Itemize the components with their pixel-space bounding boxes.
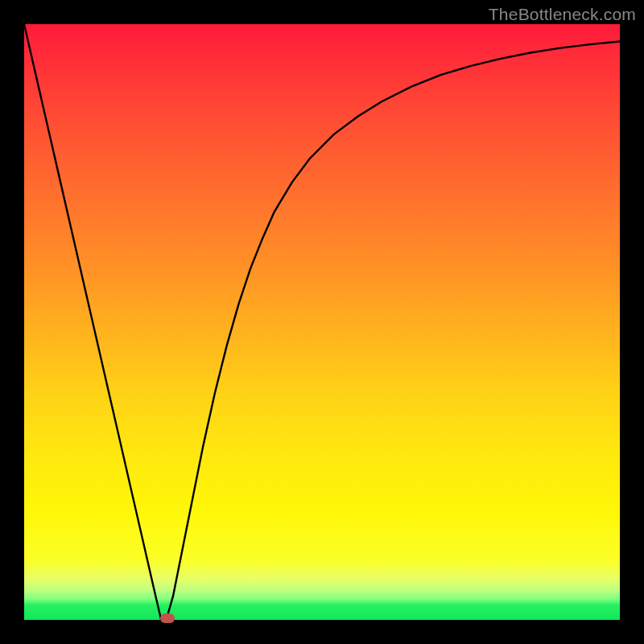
bottleneck-curve (24, 24, 620, 620)
optimum-marker (160, 613, 175, 623)
watermark-text: TheBottleneck.com (489, 5, 636, 24)
curve-path (24, 24, 620, 620)
